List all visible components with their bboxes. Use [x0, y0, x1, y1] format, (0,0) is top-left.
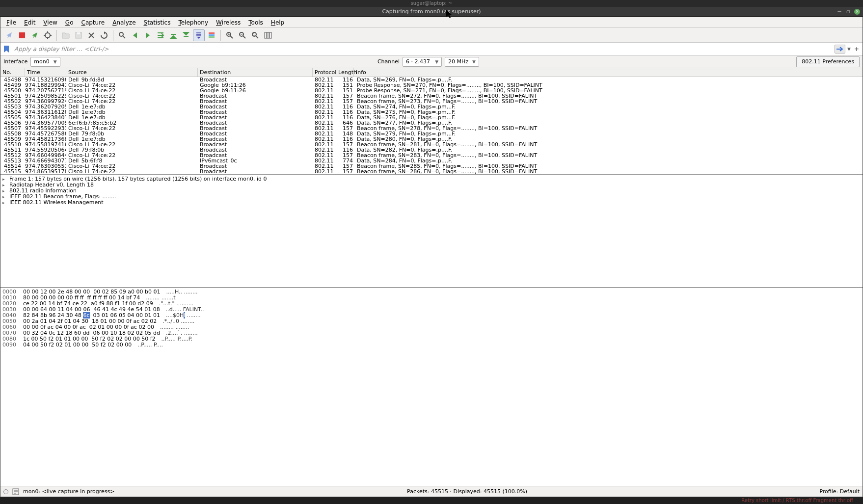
- expand-arrow-icon[interactable]: ▸: [2, 194, 7, 200]
- wireless-preferences-button[interactable]: 802.11 Preferences: [796, 56, 860, 67]
- column-header-length[interactable]: Length: [336, 68, 354, 77]
- column-header-time[interactable]: Time: [25, 68, 66, 77]
- packet-row[interactable]: 45498974.153216096Dell_9b:fd:8dBroadcast…: [0, 77, 863, 82]
- column-header-dest[interactable]: Destination: [198, 68, 313, 77]
- channel-select[interactable]: 6 · 2.437▼: [403, 57, 442, 67]
- add-filter-expression-button[interactable]: +: [853, 45, 861, 53]
- menu-help[interactable]: Help: [267, 19, 288, 26]
- window-titlebar[interactable]: Capturing from mon0 (as superuser) — ▢ ×: [0, 7, 863, 17]
- reload-button[interactable]: [98, 29, 110, 41]
- packet-row[interactable]: 45501974.250985229Cisco-Li_74:ce:22Broad…: [0, 93, 863, 99]
- packet-row[interactable]: 45507974.455922933Cisco-Li_74:ce:22Broad…: [0, 126, 863, 131]
- zoom-in-button[interactable]: [224, 29, 236, 41]
- close-window-button[interactable]: ×: [854, 9, 860, 15]
- packet-list-rows[interactable]: 45498974.153216096Dell_9b:fd:8dBroadcast…: [0, 77, 863, 175]
- packet-row[interactable]: 45506974.3695770056e:f6:b7:85:c5:b2Broad…: [0, 120, 863, 126]
- menu-wireless[interactable]: Wireless: [212, 19, 244, 26]
- column-header-protocol[interactable]: Protocol: [313, 68, 336, 77]
- capture-file-properties-button[interactable]: [12, 488, 19, 495]
- interface-label: Interface: [3, 58, 27, 65]
- packet-list-header[interactable]: No. Time Source Destination Protocol Len…: [0, 68, 863, 77]
- stop-capture-button[interactable]: [16, 29, 28, 41]
- packet-bytes-pane[interactable]: 000000 00 12 00 2e 48 00 00 00 02 85 09 …: [0, 288, 863, 486]
- svg-rect-25: [265, 32, 267, 38]
- tree-item[interactable]: ▸Frame 1: 157 bytes on wire (1256 bits),…: [2, 176, 861, 182]
- menu-analyze[interactable]: Analyze: [108, 19, 139, 26]
- status-profile[interactable]: Profile: Default: [819, 488, 860, 495]
- menu-edit[interactable]: Edit: [20, 19, 39, 26]
- packet-row[interactable]: 45511974.559205064Dell_79:f8:0bBroadcast…: [0, 147, 863, 153]
- go-last-button[interactable]: [180, 29, 192, 41]
- bookmark-filter-icon[interactable]: [2, 44, 10, 54]
- find-packet-button[interactable]: [116, 29, 128, 41]
- go-first-button[interactable]: [167, 29, 179, 41]
- restore-window-button[interactable]: ▢: [845, 9, 851, 15]
- colorize-button[interactable]: [206, 29, 217, 41]
- expand-arrow-icon[interactable]: ▸: [2, 182, 7, 188]
- packet-row[interactable]: 45508974.457267586Dell_79:f8:0bBroadcast…: [0, 131, 863, 136]
- menu-view[interactable]: View: [39, 19, 61, 26]
- column-header-source[interactable]: Source: [66, 68, 198, 77]
- toolbar-separator: [113, 30, 113, 41]
- column-header-info[interactable]: Info: [354, 68, 863, 77]
- tree-item[interactable]: ▸IEEE 802.11 Beacon frame, Flags: ......…: [2, 194, 861, 200]
- svg-rect-27: [270, 32, 271, 38]
- expand-arrow-icon[interactable]: ▸: [2, 188, 7, 194]
- packet-row[interactable]: 45513974.666943077Dell_5b:6f:f8IPv6mcast…: [0, 158, 863, 163]
- column-header-no[interactable]: No.: [0, 68, 25, 77]
- display-filter-input[interactable]: [12, 44, 833, 54]
- svg-rect-6: [76, 32, 81, 38]
- apply-filter-button[interactable]: [835, 45, 845, 53]
- status-capture-text: mon0: <live capture in progress>: [23, 488, 115, 495]
- svg-rect-7: [77, 32, 80, 34]
- expand-arrow-icon[interactable]: ▸: [2, 200, 7, 206]
- background-terminal-line: Retry short limit:/ RTS thr:off Fragment…: [0, 497, 863, 504]
- close-file-button[interactable]: [85, 29, 97, 41]
- resize-columns-button[interactable]: [262, 29, 274, 41]
- tree-item[interactable]: ▸802.11 radio information: [2, 188, 861, 194]
- packet-row[interactable]: 45514974.763030551Cisco-Li_74:ce:22Broad…: [0, 163, 863, 169]
- channel-width-select[interactable]: 20 MHz▼: [445, 57, 479, 67]
- packet-row[interactable]: 45509974.458217368Dell_1e:e7:dbBroadcast…: [0, 136, 863, 142]
- packet-row[interactable]: 45515974.865395178Cisco-Li_74:ce:22Broad…: [0, 169, 863, 174]
- capture-options-button[interactable]: [42, 29, 54, 41]
- svg-rect-0: [19, 32, 25, 38]
- auto-scroll-button[interactable]: [193, 29, 205, 41]
- packet-row[interactable]: 45504974.363116126Dell_1e:e7:dbBroadcast…: [0, 109, 863, 115]
- packet-row[interactable]: 45512974.660499844Cisco-Li_74:ce:22Broad…: [0, 153, 863, 158]
- go-forward-button[interactable]: [142, 29, 154, 41]
- expert-info-button[interactable]: [3, 489, 8, 494]
- open-file-button: [60, 29, 72, 41]
- tree-item[interactable]: ▸Radiotap Header v0, Length 18: [2, 182, 861, 188]
- packet-row[interactable]: 45503974.362079205Dell_1e:e7:dbBroadcast…: [0, 104, 863, 109]
- svg-point-1: [45, 33, 50, 38]
- restart-capture-button[interactable]: [29, 29, 41, 41]
- chevron-down-icon: ▼: [472, 59, 476, 64]
- go-to-packet-button[interactable]: [155, 29, 166, 41]
- packet-row[interactable]: 45500974.207562719Cisco-Li_74:ce:22Googl…: [0, 88, 863, 93]
- packet-list-pane[interactable]: No. Time Source Destination Protocol Len…: [0, 68, 863, 175]
- svg-text:1: 1: [253, 33, 255, 37]
- hex-row[interactable]: 009004 00 50 f2 02 01 00 00 50 f2 02 00 …: [2, 342, 861, 348]
- packet-row[interactable]: 45499974.188299941Cisco-Li_74:ce:22Googl…: [0, 82, 863, 88]
- menu-telephony[interactable]: Telephony: [174, 19, 212, 26]
- filter-dropdown-caret[interactable]: ▼: [847, 47, 851, 52]
- menu-statistics[interactable]: Statistics: [140, 19, 175, 26]
- packet-details-pane[interactable]: ▸Frame 1: 157 bytes on wire (1256 bits),…: [0, 175, 863, 288]
- expand-arrow-icon[interactable]: ▸: [2, 176, 7, 182]
- zoom-out-button[interactable]: [237, 29, 248, 41]
- menu-capture[interactable]: Capture: [77, 19, 108, 26]
- tree-item[interactable]: ▸IEEE 802.11 Wireless Management: [2, 200, 861, 206]
- menu-tools[interactable]: Tools: [244, 19, 267, 26]
- go-back-button[interactable]: [129, 29, 141, 41]
- menu-file[interactable]: File: [2, 19, 20, 26]
- menu-go[interactable]: Go: [61, 19, 78, 26]
- save-file-button: [73, 29, 84, 41]
- zoom-reset-button[interactable]: 1: [249, 29, 261, 41]
- interface-select[interactable]: mon0▼: [30, 57, 60, 67]
- menubar[interactable]: FileEditViewGoCaptureAnalyzeStatisticsTe…: [0, 17, 863, 28]
- packet-row[interactable]: 45502974.360997924Cisco-Li_74:ce:22Broad…: [0, 99, 863, 104]
- minimize-window-button[interactable]: —: [836, 9, 842, 15]
- packet-row[interactable]: 45505974.364238401Dell_1e:e7:dbBroadcast…: [0, 115, 863, 120]
- packet-row[interactable]: 45510974.558197416Cisco-Li_74:ce:22Broad…: [0, 142, 863, 147]
